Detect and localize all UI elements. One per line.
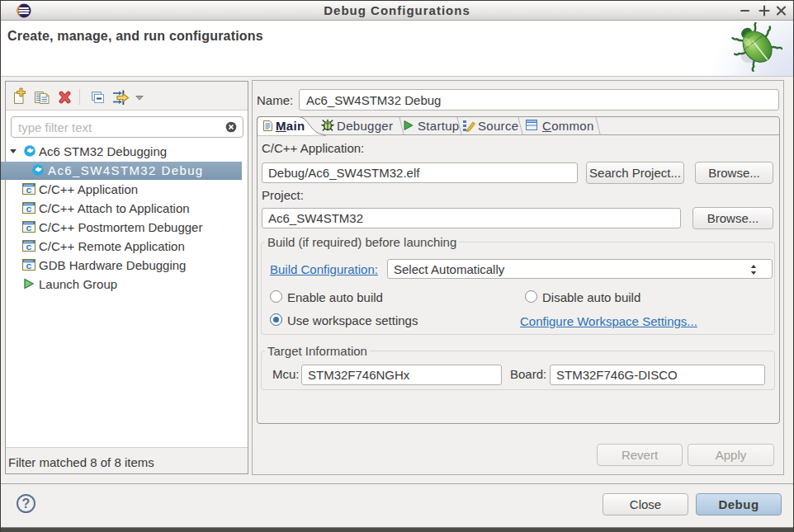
svg-text:C: C [26,262,32,271]
svg-text:C: C [26,224,32,233]
svg-text:C: C [26,205,32,214]
svg-text:C: C [26,186,32,195]
svg-text:C: C [26,243,32,252]
